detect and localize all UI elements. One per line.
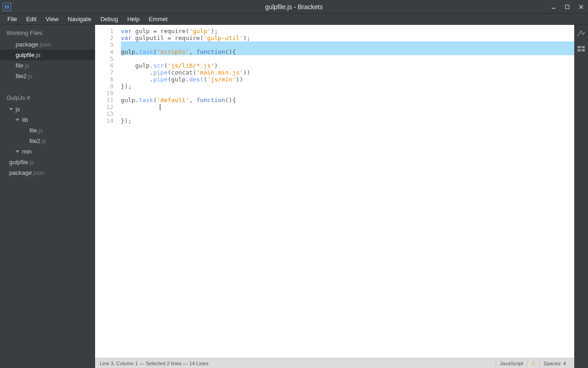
code-line[interactable]: gulp.task('default', function(){ — [121, 97, 574, 104]
extensions-icon[interactable] — [577, 44, 586, 52]
code-line[interactable] — [121, 90, 574, 97]
code-line[interactable] — [121, 41, 574, 48]
code-line[interactable]: }); — [121, 117, 574, 124]
code-line[interactable]: }); — [121, 83, 574, 90]
working-files-header[interactable]: Working Files — [0, 25, 95, 39]
menu-bar: FileEditViewNavigateDebugHelpEmmet — [0, 14, 588, 25]
text-caret — [160, 104, 160, 110]
chevron-down-icon — [9, 108, 13, 110]
file-tree-item[interactable]: file.js — [0, 125, 95, 136]
language-mode[interactable]: JavaScript — [496, 358, 527, 368]
code-line[interactable] — [121, 55, 574, 62]
menu-file[interactable]: File — [3, 14, 22, 24]
file-tree-item[interactable]: package.json — [0, 167, 95, 178]
menu-view[interactable]: View — [41, 14, 63, 24]
working-file-item[interactable]: package.json — [0, 39, 95, 50]
chevron-down-icon — [16, 150, 19, 153]
project-label: GulpJs — [6, 94, 25, 101]
lint-warning-icon[interactable]: ⚠ — [527, 358, 539, 368]
minimize-button[interactable] — [547, 0, 560, 14]
svg-rect-6 — [577, 46, 581, 48]
line-gutter: 1234567891011121314 — [95, 25, 117, 358]
menu-navigate[interactable]: Navigate — [63, 14, 96, 24]
code-line[interactable]: gulp.task('scripts', function(){ — [121, 48, 574, 55]
project-header[interactable]: GulpJs ⇵ — [0, 90, 95, 104]
live-preview-icon[interactable] — [577, 29, 586, 38]
code-line[interactable]: var gulputil = require('gulp-util'); — [121, 34, 574, 41]
window-title: gulpfile.js - Brackets — [0, 3, 588, 11]
file-tree-item[interactable]: file2.js — [0, 136, 95, 146]
svg-rect-9 — [582, 49, 585, 52]
chevron-down-icon — [16, 119, 19, 121]
app-icon — [3, 3, 11, 11]
file-tree-item[interactable]: gulpfile.js — [0, 157, 95, 167]
svg-rect-3 — [565, 5, 569, 9]
close-button[interactable] — [574, 0, 588, 14]
title-bar: gulpfile.js - Brackets — [0, 0, 588, 14]
code-line[interactable]: gulp.scr('js/lib/*.js') — [121, 62, 574, 69]
sort-icon: ⇵ — [27, 95, 30, 100]
menu-edit[interactable]: Edit — [22, 14, 41, 24]
code-line[interactable]: var gulp = require('gulp'); — [121, 28, 574, 34]
svg-rect-7 — [582, 46, 585, 48]
code-area[interactable]: var gulp = require('gulp');var gulputil … — [117, 25, 574, 358]
maximize-button[interactable] — [560, 0, 574, 14]
working-file-item[interactable]: gulpfile.js — [0, 50, 95, 60]
svg-rect-1 — [7, 5, 9, 9]
svg-rect-0 — [5, 5, 6, 9]
menu-debug[interactable]: Debug — [96, 14, 123, 24]
folder-item[interactable]: lib — [0, 115, 95, 125]
working-file-item[interactable]: file2.js — [0, 71, 95, 81]
menu-help[interactable]: Help — [123, 14, 144, 24]
menu-emmet[interactable]: Emmet — [144, 14, 172, 24]
svg-rect-8 — [577, 49, 581, 52]
cursor-status[interactable]: Line 3, Column 1 — Selected 2 lines — 14… — [100, 358, 212, 368]
folder-item[interactable]: min — [0, 146, 95, 157]
indent-setting[interactable]: Spaces: 4 — [539, 358, 570, 368]
working-file-item[interactable]: file.js — [0, 60, 95, 71]
code-line[interactable] — [121, 104, 574, 110]
folder-item[interactable]: js — [0, 104, 95, 115]
code-line[interactable]: .pipe(concat('main.min.js')) — [121, 69, 574, 76]
status-bar: Line 3, Column 1 — Selected 2 lines — 14… — [95, 358, 574, 368]
code-line[interactable] — [121, 110, 574, 117]
working-files-label: Working Files — [6, 29, 43, 36]
code-line[interactable]: .pipe(gulp.dest('js/min')) — [121, 76, 574, 83]
sidebar: Working Files package.jsongulpfile.jsfil… — [0, 25, 95, 368]
editor[interactable]: 1234567891011121314 var gulp = require('… — [95, 25, 574, 368]
right-toolbar — [574, 25, 588, 368]
